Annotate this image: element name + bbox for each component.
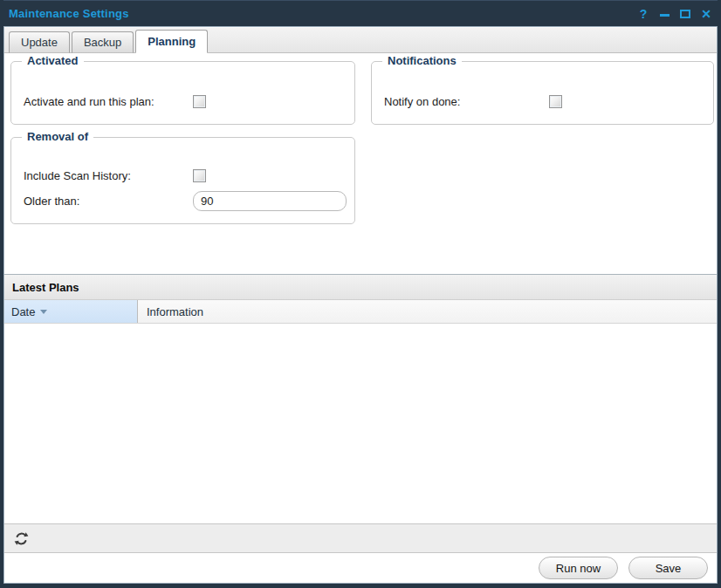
grid-toolbar	[4, 523, 717, 553]
column-date-label: Date	[11, 305, 35, 318]
save-button[interactable]: Save	[628, 557, 708, 579]
notify-on-done-label: Notify on done:	[384, 95, 549, 108]
notifications-legend: Notifications	[382, 54, 462, 67]
activated-fieldset: Activated Activate and run this plan:	[10, 61, 355, 125]
tab-backup[interactable]: Backup	[72, 31, 134, 53]
removal-fieldset: Removal of Include Scan History: Older t…	[10, 137, 355, 224]
run-now-button[interactable]: Run now	[539, 557, 618, 579]
window-title: Maintenance Settings	[9, 7, 129, 20]
activate-plan-checkbox[interactable]	[193, 95, 206, 108]
refresh-icon-svg	[13, 530, 30, 547]
help-icon[interactable]: ?	[637, 7, 649, 21]
sort-desc-icon	[40, 310, 47, 314]
latest-plans-grid-body[interactable]	[4, 324, 717, 523]
planning-form: Activated Activate and run this plan: No…	[4, 53, 717, 274]
column-information-label: Information	[147, 305, 203, 318]
tab-bar: Update Backup Planning	[4, 27, 717, 53]
include-scan-history-checkbox[interactable]	[193, 169, 206, 182]
removal-legend: Removal of	[22, 130, 93, 143]
minimize-icon[interactable]	[658, 7, 670, 21]
older-than-row: Older than:	[24, 191, 347, 211]
activated-legend: Activated	[22, 54, 84, 67]
maximize-box	[680, 10, 690, 18]
activate-plan-label: Activate and run this plan:	[24, 95, 193, 108]
latest-plans-header: Latest Plans	[4, 274, 717, 300]
latest-plans-title: Latest Plans	[12, 281, 79, 294]
older-than-input[interactable]	[193, 191, 347, 211]
column-header-information[interactable]: Information	[138, 300, 717, 323]
maximize-icon[interactable]	[679, 7, 691, 21]
tab-planning[interactable]: Planning	[135, 30, 208, 53]
tab-update[interactable]: Update	[9, 31, 70, 53]
notifications-fieldset: Notifications Notify on done:	[371, 61, 714, 125]
bottom-button-bar: Run now Save	[4, 553, 717, 583]
include-scan-history-label: Include Scan History:	[24, 169, 193, 182]
minimize-bar	[660, 14, 670, 17]
title-bar: Maintenance Settings ? ✕	[3, 0, 718, 26]
close-icon[interactable]: ✕	[700, 7, 712, 21]
window-body: Update Backup Planning Activated Activat…	[3, 26, 718, 584]
notify-on-done-checkbox[interactable]	[549, 95, 562, 108]
notify-on-done-row: Notify on done:	[384, 95, 706, 108]
refresh-icon[interactable]	[13, 530, 30, 547]
older-than-label: Older than:	[24, 195, 193, 208]
column-header-date[interactable]: Date	[4, 300, 138, 323]
maintenance-settings-window: Maintenance Settings ? ✕ Update Backup P…	[0, 0, 721, 588]
window-controls: ? ✕	[637, 7, 712, 21]
latest-plans-grid-header: Date Information	[4, 300, 717, 324]
include-scan-history-row: Include Scan History:	[24, 169, 347, 182]
activate-plan-row: Activate and run this plan:	[24, 95, 347, 108]
